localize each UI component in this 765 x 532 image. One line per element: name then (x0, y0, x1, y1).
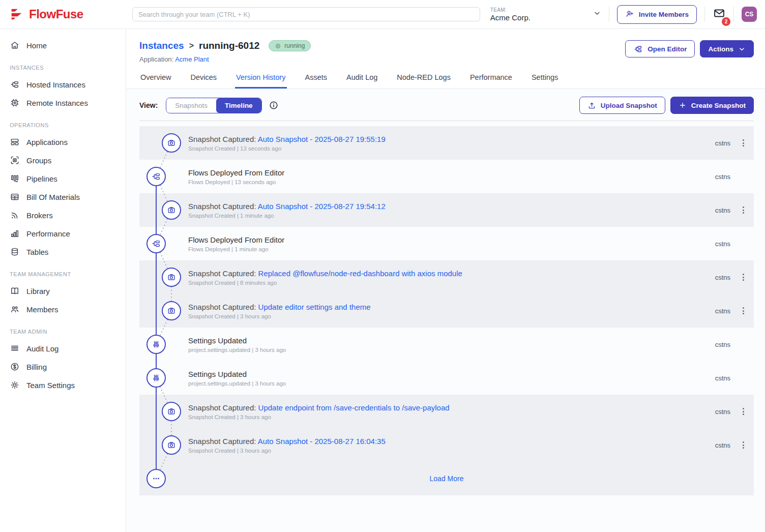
sidebar-item-label: Remote Instances (26, 99, 88, 107)
snapshot-link[interactable]: Auto Snapshot - 2025-08-27 16:04:35 (258, 437, 386, 446)
timeline-row-user: cstns (715, 173, 730, 181)
timeline-row-right: cstns (715, 439, 754, 451)
sidebar-item-home[interactable]: Home (0, 36, 126, 54)
timeline-row-title: Snapshot Captured: Auto Snapshot - 2025-… (188, 135, 386, 143)
snapshot-link[interactable]: Auto Snapshot - 2025-08-27 19:55:19 (258, 135, 386, 143)
team-selector[interactable]: TEAM: Acme Corp. (490, 7, 601, 22)
load-more-link[interactable]: Load More (430, 475, 464, 483)
sidebar-item-audit-log[interactable]: Audit Log (0, 339, 126, 358)
apps-icon (10, 137, 20, 147)
tab-settings[interactable]: Settings (531, 73, 559, 88)
dots-icon[interactable] (146, 469, 166, 488)
sidebar-item-label: Pipelines (26, 174, 57, 183)
sidebar-item-tables[interactable]: Tables (0, 243, 126, 261)
timeline-row-event: Settings Updatedproject.settings.updated… (139, 328, 754, 361)
sidebar-item-brokers[interactable]: Brokers (0, 206, 126, 224)
sidebar-item-bill-of-materials[interactable]: Bill Of Materials (0, 188, 126, 206)
kebab-menu-icon[interactable] (739, 137, 747, 149)
snapshot-link[interactable]: Auto Snapshot - 2025-08-27 19:54:12 (258, 202, 386, 211)
upload-snapshot-button[interactable]: Upload Snapshot (579, 97, 665, 114)
version-history-content: View: SnapshotsTimeline Upload Snapshot (126, 89, 765, 532)
snapshot-title-prefix: Snapshot Captured: (188, 202, 258, 211)
timeline-row-subtitle: Snapshot Created | 1 minute ago (188, 213, 386, 219)
actions-button[interactable]: Actions (700, 40, 754, 57)
sliders-icon (146, 368, 166, 388)
notifications-button[interactable]: 2 (713, 7, 726, 22)
timeline-row-event: Settings Updatedproject.settings.updated… (139, 361, 754, 395)
sidebar: HomeINSTANCESHosted InstancesRemote Inst… (0, 29, 126, 532)
sidebar-item-applications[interactable]: Applications (0, 133, 126, 151)
timeline-row-subtitle: project.settings.updated | 3 hours ago (188, 347, 286, 353)
flowfuse-logo[interactable]: FlowFuse (0, 7, 126, 22)
sidebar-item-library[interactable]: Library (0, 282, 126, 300)
avatar[interactable]: CS (742, 7, 757, 22)
tab-devices[interactable]: Devices (189, 73, 218, 88)
sidebar-item-remote-instances[interactable]: Remote Instances (0, 94, 126, 112)
breadcrumb-instances-link[interactable]: Instances (139, 40, 184, 51)
view-toggle-timeline[interactable]: Timeline (216, 98, 261, 113)
kebab-menu-icon[interactable] (739, 204, 747, 216)
tab-audit-log[interactable]: Audit Log (345, 73, 378, 88)
timeline-row-right: cstns (715, 170, 754, 183)
pipelines-icon (10, 173, 20, 184)
timeline-row-user: cstns (715, 206, 730, 214)
camera-icon (162, 402, 181, 421)
invite-members-button[interactable]: Invite Members (617, 5, 697, 24)
create-snapshot-button[interactable]: Create Snapshot (670, 97, 754, 114)
instance-name: running-6012 (199, 40, 259, 51)
application-link[interactable]: Acme Plant (175, 55, 209, 63)
timeline-row-snapshot: Snapshot Captured: Auto Snapshot - 2025-… (139, 193, 754, 227)
open-editor-button[interactable]: Open Editor (625, 40, 695, 57)
search-input[interactable] (132, 7, 480, 21)
view-toggle: SnapshotsTimeline (166, 98, 261, 113)
sidebar-item-hosted-instances[interactable]: Hosted Instances (0, 75, 126, 94)
timeline-row-text: Snapshot Captured: Replaced @flowfuse/no… (188, 269, 462, 286)
kebab-menu-icon[interactable] (739, 439, 747, 451)
camera-icon (162, 268, 181, 287)
timeline-row-subtitle: Snapshot Created | 13 seconds ago (188, 145, 386, 152)
chevron-down-icon (738, 45, 746, 53)
sidebar-item-label: Performance (26, 229, 70, 238)
sidebar-item-groups[interactable]: Groups (0, 151, 126, 169)
lines-icon (10, 343, 20, 353)
info-icon[interactable] (269, 100, 279, 110)
application-line: Application: Acme Plant (139, 55, 311, 63)
tab-assets[interactable]: Assets (304, 73, 329, 88)
timeline-row-user: cstns (715, 307, 730, 315)
sidebar-item-performance[interactable]: Performance (0, 224, 126, 243)
timeline-row-title: Settings Updated (188, 370, 286, 378)
sidebar-section-header: TEAM MANAGEMENT (0, 261, 126, 282)
kebab-menu-icon[interactable] (739, 305, 747, 317)
header-divider (733, 7, 734, 22)
timeline-row-text: Snapshot Captured: Auto Snapshot - 2025-… (188, 437, 386, 454)
snapshot-link[interactable]: Update editor settings and theme (258, 303, 371, 311)
sidebar-item-members[interactable]: Members (0, 300, 126, 318)
team-name: Acme Corp. (490, 13, 531, 22)
view-toggle-snapshots[interactable]: Snapshots (166, 98, 216, 113)
sidebar-item-label: Home (26, 41, 47, 50)
tab-version-history[interactable]: Version History (235, 73, 287, 88)
snapshot-link[interactable]: Update endpoint from /save-credentials t… (258, 403, 450, 412)
camera-icon (162, 133, 181, 153)
kebab-menu-icon[interactable] (739, 405, 747, 418)
chip-icon (10, 98, 20, 108)
sidebar-item-label: Billing (26, 363, 47, 371)
sidebar-item-team-settings[interactable]: Team Settings (0, 376, 126, 394)
timeline-row-right: cstns (715, 372, 754, 384)
status-badge: running (269, 40, 311, 51)
tab-performance[interactable]: Performance (469, 73, 513, 88)
timeline-row-subtitle: Flows Deployed | 13 seconds ago (188, 179, 284, 185)
sidebar-item-billing[interactable]: Billing (0, 358, 126, 376)
timeline-row-subtitle: Snapshot Created | 8 minutes ago (188, 280, 462, 286)
tab-node-red-logs[interactable]: Node-RED Logs (396, 73, 452, 88)
timeline-row-user: cstns (715, 441, 730, 449)
node-icon (146, 234, 166, 253)
db-icon (10, 247, 20, 257)
sidebar-item-pipelines[interactable]: Pipelines (0, 169, 126, 188)
snapshot-link[interactable]: Replaced @flowfuse/node-red-dashboard wi… (258, 269, 462, 278)
sidebar-item-label: Library (26, 287, 50, 295)
timeline-row-user: cstns (715, 374, 730, 382)
tab-overview[interactable]: Overview (139, 73, 172, 88)
breadcrumb: Instances > running-6012 running (139, 40, 311, 51)
kebab-menu-icon[interactable] (739, 271, 747, 283)
